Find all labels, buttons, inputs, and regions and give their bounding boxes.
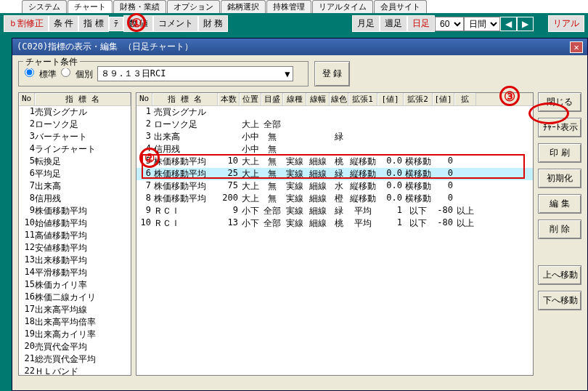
tab-system[interactable]: システム: [22, 0, 67, 13]
col-header[interactable]: 指 標 名: [152, 93, 218, 105]
indicator-master-list: No 指 標 名 1売買シグナル2ローソク足3バーチャート4ラインチャート5転換…: [18, 92, 131, 376]
close-button[interactable]: 閉じる: [538, 92, 581, 112]
table-row[interactable]: 10ＲＣＩ13小下全部実線細線桃平均1以下-80以上: [136, 217, 533, 230]
list-item[interactable]: 15株価カイリ率: [19, 279, 131, 291]
table-row[interactable]: 8株価移動平均200大上無実線細線橙縦移動0.0横移動0: [136, 193, 533, 205]
dialog-window: (C020)指標の表示・編集 （日足チャート） ✕ チャート条件 標準 個別 ８…: [12, 38, 588, 391]
btn-te[interactable]: ﾃ: [109, 17, 123, 31]
radio-individual[interactable]: 個別: [61, 68, 93, 81]
close-icon[interactable]: ✕: [570, 41, 583, 53]
chart-condition-group: チャート条件 標準 個別 ８９.１３日RCI▼: [18, 61, 309, 86]
list-item[interactable]: 4ラインチャート: [19, 143, 131, 156]
list-item[interactable]: 7出来高: [19, 180, 131, 193]
btn-month[interactable]: 月足: [352, 15, 380, 32]
tab-stock-select[interactable]: 銘柄選択: [221, 0, 266, 13]
delete-button[interactable]: 削 除: [538, 219, 581, 239]
move-up-button[interactable]: 上へ移動: [538, 265, 581, 285]
btn-values[interactable]: 数 値: [123, 15, 153, 32]
col-no[interactable]: No: [19, 93, 35, 105]
tab-holdings[interactable]: 持株管理: [266, 0, 311, 13]
legend-chart-cond: チャート条件: [23, 56, 80, 68]
col-header[interactable]: 拡張2: [404, 93, 433, 105]
table-row[interactable]: 3出来高小中無緑: [136, 131, 533, 143]
col-header[interactable]: 線色: [330, 93, 348, 105]
col-header[interactable]: 線種: [283, 93, 306, 105]
table-row[interactable]: 5株価移動平均10大上無実線細線桃縦移動0.0横移動0: [136, 156, 533, 168]
chart-display-button[interactable]: ﾁｬｰﾄ表示: [538, 118, 581, 137]
list-item[interactable]: 14平滑移動平均: [19, 267, 131, 279]
right-list-body[interactable]: 1売買シグナル2ローソク足大上全部3出来高小中無緑4信用残小中無5株価移動平均1…: [136, 106, 533, 378]
btn-finance2[interactable]: 財 務: [198, 15, 228, 32]
list-item[interactable]: 9株価移動平均: [19, 205, 131, 217]
list-item[interactable]: 13出来移動平均: [19, 254, 131, 267]
list-item[interactable]: 1売買シグナル: [19, 106, 131, 118]
btn-week[interactable]: 週足: [380, 15, 407, 32]
window-title: (C020)指標の表示・編集 （日足チャート）: [17, 41, 193, 53]
init-button[interactable]: 初期化: [538, 169, 581, 188]
list-item[interactable]: 20売買代金平均: [19, 341, 131, 353]
list-item[interactable]: 11高値移動平均: [19, 230, 131, 242]
table-row[interactable]: 2ローソク足大上全部: [136, 118, 533, 131]
btn-real[interactable]: リアル: [548, 15, 584, 32]
tab-option[interactable]: オプション: [167, 0, 220, 13]
radio-standard[interactable]: 標準: [25, 68, 57, 81]
list-item[interactable]: 12安値移動平均: [19, 242, 131, 254]
col-header[interactable]: [値]: [377, 93, 404, 105]
list-item[interactable]: 22ＨＬバンド: [19, 366, 131, 378]
list-item[interactable]: 5転換足: [19, 156, 131, 168]
btn-conditions[interactable]: 条 件: [49, 15, 78, 32]
move-down-button[interactable]: 下へ移動: [538, 291, 581, 310]
list-item[interactable]: 21総売買代金平均: [19, 353, 131, 366]
col-header[interactable]: 目盛: [261, 93, 283, 105]
col-name[interactable]: 指 標 名: [35, 93, 131, 105]
tab-finance[interactable]: 財務・業績: [113, 0, 166, 13]
titlebar: (C020)指標の表示・編集 （日足チャート） ✕: [12, 39, 587, 55]
indicator-edit-list: No指 標 名本数位置目盛線種線幅線色拡張1[値]拡張2[値]拡 1売買シグナル…: [136, 92, 534, 376]
tab-member[interactable]: 会員サイト: [374, 0, 427, 13]
table-row[interactable]: 6株価移動平均25大上無実線細線緑縦移動0.0横移動0: [136, 168, 533, 180]
btn-indicators[interactable]: 指 標: [78, 15, 108, 32]
btn-split-adjust[interactable]: ｂ割修正: [4, 15, 49, 32]
select-unit[interactable]: 日間: [464, 17, 500, 31]
edit-button[interactable]: 編 集: [538, 194, 581, 214]
nav-prev[interactable]: ◀: [500, 17, 517, 31]
register-button[interactable]: 登 録: [314, 61, 350, 86]
toolbar: ｂ割修正 条 件 指 標 ﾃ 数 値 コメント 財 務 月足 週足 日足 60 …: [0, 13, 588, 34]
col-header[interactable]: No: [136, 93, 152, 105]
combo-condition[interactable]: ８９.１３日RCI▼: [97, 66, 293, 81]
tab-realtime[interactable]: リアルタイム: [312, 0, 373, 13]
print-button[interactable]: 印 刷: [538, 143, 581, 163]
select-count[interactable]: 60: [435, 17, 464, 31]
tab-chart[interactable]: チャート: [68, 0, 113, 13]
list-item[interactable]: 10始値移動平均: [19, 217, 131, 230]
button-column: 閉じる ﾁｬｰﾄ表示 印 刷 初期化 編 集 削 除 上へ移動 下へ移動: [538, 92, 581, 376]
nav-next[interactable]: ▶: [517, 17, 534, 31]
list-item[interactable]: 8信用残: [19, 193, 131, 205]
btn-comment[interactable]: コメント: [153, 15, 198, 32]
list-item[interactable]: 17出来高平均線: [19, 304, 131, 316]
list-item[interactable]: 16株価二線カイリ: [19, 291, 131, 304]
col-header[interactable]: 拡張1: [348, 93, 377, 105]
list-item[interactable]: 3バーチャート: [19, 131, 131, 143]
table-row[interactable]: 1売買シグナル: [136, 106, 533, 118]
col-header[interactable]: 線幅: [306, 93, 330, 105]
list-item[interactable]: 6平均足: [19, 168, 131, 180]
col-header[interactable]: 拡: [454, 93, 476, 105]
col-header[interactable]: 位置: [240, 93, 261, 105]
table-row[interactable]: 7株価移動平均75大上無実線細線水縦移動0.0横移動0: [136, 180, 533, 193]
table-row[interactable]: 4信用残小中無: [136, 143, 533, 156]
list-item[interactable]: 18出来高平均倍率: [19, 316, 131, 328]
table-row[interactable]: 9ＲＣＩ9小下全部実線細線緑平均1以下-80以上: [136, 205, 533, 217]
list-item[interactable]: 2ローソク足: [19, 118, 131, 131]
chevron-down-icon: ▼: [285, 69, 290, 79]
list-item[interactable]: 19出来高カイリ率: [19, 328, 131, 341]
btn-day[interactable]: 日足: [407, 15, 435, 32]
col-header[interactable]: [値]: [433, 93, 454, 105]
col-header[interactable]: 本数: [218, 93, 240, 105]
left-list-body[interactable]: 1売買シグナル2ローソク足3バーチャート4ラインチャート5転換足6平均足7出来高…: [19, 106, 131, 378]
outer-tabs: システム チャート 財務・業績 オプション 銘柄選択 持株管理 リアルタイム 会…: [0, 0, 588, 13]
